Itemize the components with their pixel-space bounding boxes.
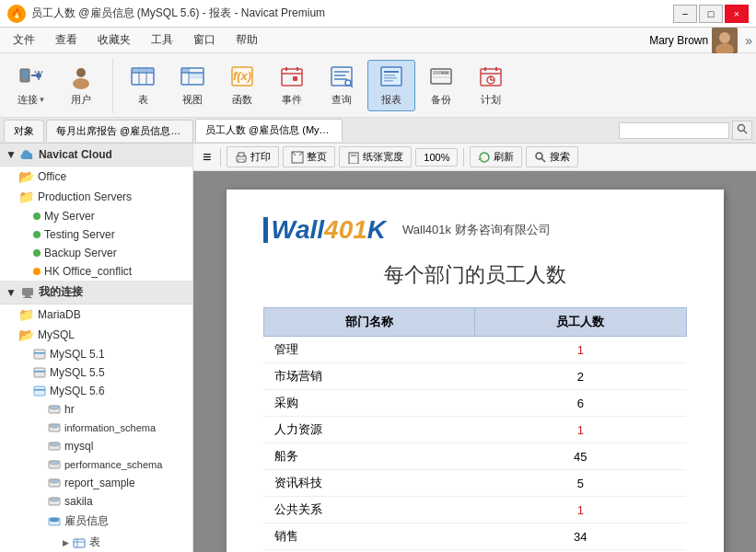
tab-employee-count[interactable]: 员工人数 @雇员信息 (MySQL...: [195, 119, 343, 142]
backup-server-status-icon: [33, 249, 41, 257]
menu-window[interactable]: 窗口: [184, 29, 225, 52]
svg-point-77: [50, 479, 59, 483]
main-area: ▼ Navicat Cloud 📂 Office 📁 Production Se…: [0, 144, 756, 552]
tab-monthly-report[interactable]: 每月出席报告 @雇员信息 (My...: [46, 120, 193, 142]
svg-rect-60: [25, 295, 30, 297]
sidebar-item-hr[interactable]: hr: [0, 400, 192, 419]
refresh-button[interactable]: 刷新: [470, 146, 522, 167]
paper-width-button[interactable]: 纸张宽度: [339, 146, 412, 167]
sidebar-item-information-schema[interactable]: information_schema: [0, 419, 192, 437]
sidebar-item-my-server[interactable]: My Server: [0, 207, 192, 225]
zoom-100-button[interactable]: 100%: [415, 148, 458, 167]
count-cell: 1: [475, 497, 687, 523]
toolbar-view-button[interactable]: 视图: [169, 60, 216, 111]
sidebar-report-sample-label: report_sample: [64, 477, 135, 489]
count-cell: 1: [475, 417, 687, 443]
sidebar-perf-schema-label: performance_schema: [64, 459, 162, 470]
menu-file[interactable]: 文件: [4, 29, 44, 52]
sidebar-item-mysql55[interactable]: MySQL 5.5: [0, 363, 192, 382]
svg-text:f(x): f(x): [233, 69, 251, 83]
sidebar-item-backup-server[interactable]: Backup Server: [0, 244, 192, 262]
table-icon: [130, 63, 156, 89]
sidebar-item-testing-server[interactable]: Testing Server: [0, 225, 192, 244]
sidebar-item-employee-db[interactable]: 雇员信息: [0, 511, 192, 532]
menu-view[interactable]: 查看: [46, 29, 87, 52]
window-title: 员工人数 @雇员信息 (MySQL 5.6) - 报表 - Navicat Pr…: [31, 6, 325, 21]
sidebar-local-header[interactable]: ▼ 我的连接: [0, 281, 192, 305]
user-name: Mary Brown: [649, 34, 708, 47]
svg-rect-44: [384, 80, 393, 82]
report-area: W all401K Wall401k 财务咨询有限公司 每个部门的员工人数 部门…: [193, 171, 756, 552]
count-cell: 2: [475, 363, 687, 390]
toolbar-function-button[interactable]: f(x) 函数: [218, 60, 266, 111]
menu-button[interactable]: ≡: [199, 149, 215, 166]
close-button[interactable]: ×: [725, 5, 749, 23]
svg-point-1: [719, 32, 730, 43]
table-row: 人力资源1: [263, 417, 686, 443]
query-label: 查询: [331, 93, 352, 107]
sidebar-item-sakila[interactable]: sakila: [0, 492, 192, 511]
perf-schema-db-icon: [48, 458, 61, 471]
tab-objects[interactable]: 对象: [4, 120, 44, 142]
local-section-label: 我的连接: [39, 284, 83, 300]
sidebar-item-report-sample[interactable]: report_sample: [0, 474, 192, 492]
backup-icon: [428, 63, 454, 89]
minimize-button[interactable]: −: [673, 5, 697, 23]
col-header-count: 员工人数: [475, 308, 687, 337]
logo-mark-container: W all401K: [263, 217, 387, 243]
sidebar-item-production-servers[interactable]: 📁 Production Servers: [0, 187, 192, 207]
paper-width-icon: [347, 151, 360, 164]
sidebar-item-mysql51[interactable]: MySQL 5.1: [0, 345, 192, 363]
svg-rect-26: [190, 76, 203, 78]
maximize-button[interactable]: □: [699, 5, 723, 23]
sidebar-item-performance-schema[interactable]: performance_schema: [0, 455, 192, 474]
computer-icon: [20, 285, 35, 300]
cloud-toggle: ▼: [6, 148, 17, 161]
menu-favorites[interactable]: 收藏夹: [88, 29, 140, 52]
svg-line-58: [744, 131, 747, 133]
sidebar-item-mysql-db[interactable]: mysql: [0, 437, 192, 455]
print-button[interactable]: 打印: [227, 146, 279, 167]
sidebar-item-office[interactable]: 📂 Office: [0, 167, 192, 187]
report-title: 每个部门的员工人数: [263, 261, 687, 289]
count-cell: 34: [475, 523, 687, 550]
fit-page-button[interactable]: 整页: [283, 146, 335, 167]
toolbar-report-button[interactable]: 报表: [367, 60, 415, 111]
svg-point-73: [50, 443, 59, 446]
toolbar-query-button[interactable]: 查询: [318, 60, 366, 111]
svg-point-97: [536, 153, 542, 159]
sidebar-item-tables-folder[interactable]: ▶ 表: [0, 532, 192, 552]
svg-rect-64: [34, 368, 45, 377]
svg-line-93: [292, 152, 296, 155]
sidebar-item-mysql-folder[interactable]: 📂 MySQL: [0, 325, 192, 345]
toolbar-user-button[interactable]: 用户: [57, 60, 105, 111]
sidebar-cloud-header[interactable]: ▼ Navicat Cloud: [0, 144, 192, 167]
toolbar-event-button[interactable]: 事件: [268, 60, 316, 111]
menu-bar: 文件 查看 收藏夹 工具 窗口 帮助 Mary Brown »: [0, 28, 756, 53]
menu-help[interactable]: 帮助: [227, 29, 267, 52]
toolbar-schedule-button[interactable]: 计划: [467, 60, 515, 111]
menu-tools[interactable]: 工具: [142, 29, 182, 52]
mysql-folder-open-icon: 📂: [18, 328, 34, 342]
sidebar-item-mariadb[interactable]: 📁 MariaDB: [0, 305, 192, 325]
mariadb-folder-icon: 📁: [18, 307, 34, 322]
count-cell: 1: [475, 337, 687, 363]
expand-icon[interactable]: »: [745, 33, 752, 48]
sidebar-office-label: Office: [38, 170, 66, 183]
count-cell: 45: [475, 443, 687, 470]
sidebar-item-mysql56[interactable]: MySQL 5.6: [0, 382, 192, 400]
sidebar-item-hk-office[interactable]: HK Office_conflict: [0, 262, 192, 281]
svg-rect-5: [21, 74, 29, 75]
expand-arrow: ▶: [63, 538, 69, 547]
toolbar-connect-button[interactable]: 连接 ▼: [7, 60, 55, 111]
tab-search-button[interactable]: [732, 121, 752, 140]
report-sample-db-icon: [48, 477, 61, 489]
sidebar-tables-label: 表: [89, 535, 100, 550]
office-folder-open-icon: 📂: [18, 169, 34, 184]
table-label: 表: [138, 93, 148, 107]
toolbar-backup-button[interactable]: 备份: [417, 60, 465, 111]
tab-search-input[interactable]: [619, 122, 729, 139]
search-content-button[interactable]: 搜索: [526, 146, 578, 167]
toolbar-table-button[interactable]: 表: [119, 60, 167, 111]
sidebar-mysql55-label: MySQL 5.5: [50, 366, 105, 379]
